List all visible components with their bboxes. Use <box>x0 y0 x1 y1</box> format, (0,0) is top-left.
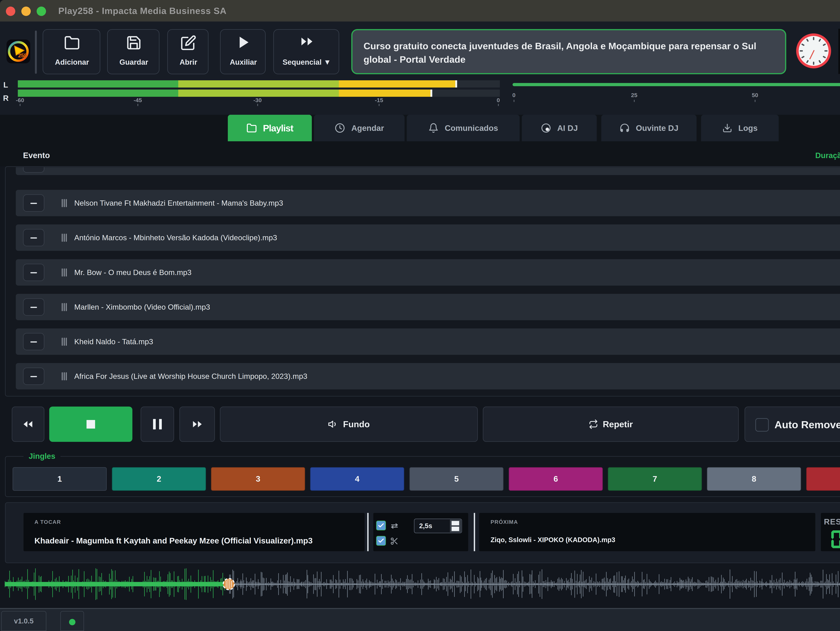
svg-text:0: 0 <box>512 92 516 98</box>
svg-text:25: 25 <box>631 92 637 98</box>
svg-text:L: L <box>3 80 8 89</box>
svg-text:-45: -45 <box>134 97 142 103</box>
svg-text:R: R <box>3 94 9 103</box>
svg-text:-15: -15 <box>375 97 383 103</box>
svg-text:-30: -30 <box>253 97 262 103</box>
svg-text:50: 50 <box>752 92 758 98</box>
svg-text:0: 0 <box>497 97 500 103</box>
svg-text:-60: -60 <box>16 97 24 103</box>
